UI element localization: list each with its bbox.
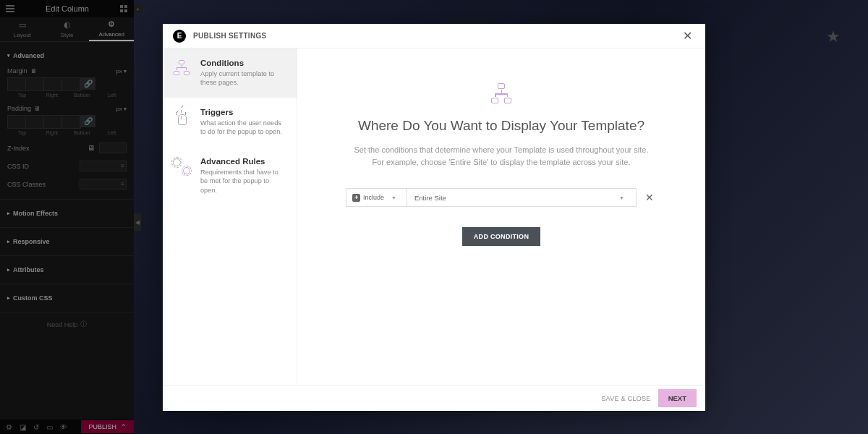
triggers-desc: What action the user needs to do for the… <box>200 119 286 137</box>
modal-header: E PUBLISH SETTINGS ✕ <box>163 24 705 48</box>
conditions-title: Conditions <box>200 59 286 67</box>
condition-select[interactable]: Entire Site▼ <box>407 189 636 206</box>
elementor-logo: E <box>173 30 186 43</box>
modal-body: Conditions Apply current template to the… <box>163 48 705 385</box>
gears-icon <box>173 158 190 174</box>
chevron-down-icon: ▼ <box>615 195 629 200</box>
sidebar-item-triggers[interactable]: Triggers What action the user needs to d… <box>163 98 297 147</box>
click-icon <box>173 109 189 125</box>
modal-main: Where Do You Want to Display Your Templa… <box>297 48 705 385</box>
main-heading: Where Do You Want to Display Your Templa… <box>358 118 644 134</box>
next-button[interactable]: NEXT <box>658 389 697 407</box>
main-description: Set the conditions that determine where … <box>354 144 648 168</box>
triggers-title: Triggers <box>200 108 286 116</box>
modal-footer: SAVE & CLOSE NEXT <box>163 385 705 411</box>
desc-line1: Set the conditions that determine where … <box>354 145 648 154</box>
advrules-desc: Requirements that have to be met for the… <box>200 168 286 195</box>
sidebar-item-conditions[interactable]: Conditions Apply current template to the… <box>163 48 297 98</box>
modal-sidebar: Conditions Apply current template to the… <box>163 48 297 385</box>
remove-condition-icon[interactable]: ✕ <box>642 192 657 203</box>
plus-icon: + <box>352 194 360 202</box>
include-select[interactable]: +Include▼ <box>346 189 407 206</box>
close-icon[interactable]: ✕ <box>680 26 695 46</box>
desc-line2: For example, choose 'Entire Site' to dis… <box>373 158 631 166</box>
save-close-button[interactable]: SAVE & CLOSE <box>601 395 650 402</box>
add-condition-button[interactable]: ADD CONDITION <box>462 227 540 246</box>
include-label: Include <box>363 194 384 201</box>
publish-settings-modal: E PUBLISH SETTINGS ✕ Conditions Apply cu… <box>163 24 705 411</box>
condition-box: +Include▼ Entire Site▼ <box>346 188 637 207</box>
sidebar-item-advanced-rules[interactable]: Advanced Rules Requirements that have to… <box>163 147 297 205</box>
conditions-desc: Apply current template to these pages. <box>200 69 286 88</box>
condition-value: Entire Site <box>414 194 446 202</box>
modal-title: PUBLISH SETTINGS <box>193 32 266 40</box>
sitemap-icon <box>490 83 513 103</box>
advrules-title: Advanced Rules <box>200 157 286 166</box>
chevron-down-icon: ▼ <box>387 195 401 200</box>
condition-row: +Include▼ Entire Site▼ ✕ <box>346 188 657 207</box>
sitemap-icon <box>173 60 190 75</box>
